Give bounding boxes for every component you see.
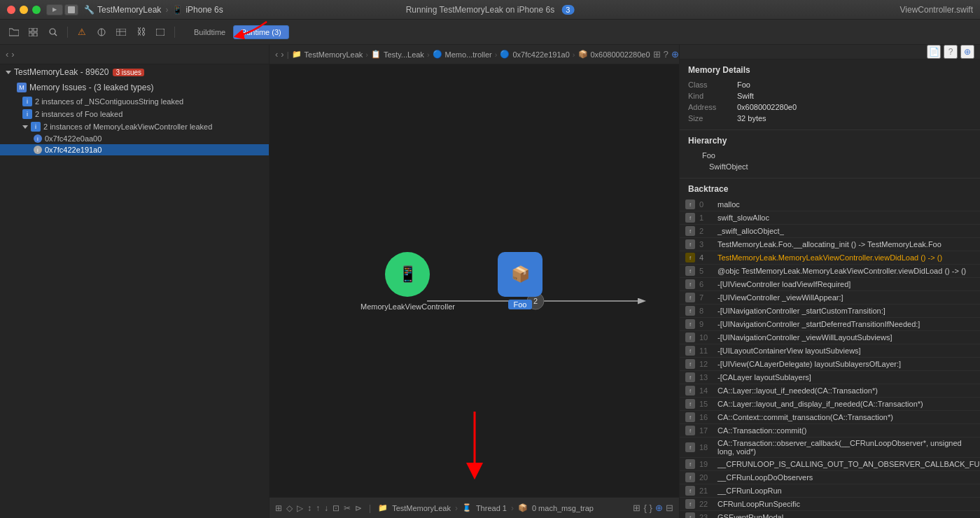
- runtime-tab[interactable]: Runtime (3): [233, 25, 288, 39]
- bt-1[interactable]: f 1 swift_slowAlloc: [680, 211, 980, 225]
- split-view-btn[interactable]: ⊞: [653, 49, 661, 59]
- running-label: Running TestMemoryLeak on iPhone 6s 3: [406, 5, 575, 15]
- bc-item-3[interactable]: Memo...troller: [445, 50, 492, 59]
- chat-icon[interactable]: [152, 24, 169, 40]
- bt-18[interactable]: f 18 CA::Transaction::observer_callback(…: [680, 438, 980, 458]
- bt-3[interactable]: f 3 TestMemoryLeak.Foo.__allocating_init…: [680, 238, 980, 251]
- bt-icon-18: f: [685, 442, 695, 452]
- bt-12[interactable]: f 12 -[UIView(CALayerDelegate) layoutSub…: [680, 358, 980, 371]
- back-button[interactable]: ‹: [6, 49, 8, 59]
- bt-21[interactable]: f 21 __CFRunLoopRun: [680, 484, 980, 498]
- svg-rect-12: [156, 29, 164, 36]
- bt-17[interactable]: f 17 CA::Transaction::commit(): [680, 424, 980, 438]
- bottom-icon-6[interactable]: ↓: [324, 503, 328, 513]
- play-button[interactable]: ▶: [46, 4, 63, 15]
- flag-icon[interactable]: [93, 24, 110, 40]
- warning-icon[interactable]: ⚠: [74, 24, 90, 40]
- minimize-button[interactable]: [20, 6, 28, 14]
- bottom-icon-2[interactable]: ◇: [286, 503, 293, 513]
- mvc-group[interactable]: i 2 instances of MemoryLeakViewControlle…: [0, 120, 269, 133]
- bc-item-1[interactable]: TestMemoryLeak: [304, 50, 363, 59]
- bt-10[interactable]: f 10 -[UINavigationController _viewWillL…: [680, 331, 980, 344]
- svg-point-5: [50, 29, 55, 34]
- bt-23[interactable]: f 23 GSEventRunModal: [680, 511, 980, 518]
- center-fwd-btn[interactable]: ›: [281, 49, 284, 59]
- bc-item-2[interactable]: Testy...Leak: [384, 50, 424, 59]
- main-layout: ⚠ ⛓ Buildtime Runtime (3) ‹: [0, 20, 980, 518]
- bottom-right-4[interactable]: ⊟: [666, 503, 673, 513]
- grid-icon[interactable]: [25, 24, 42, 40]
- issue-list: TestMemoryLeak - 89620 3 issues M Memory…: [0, 64, 269, 518]
- instance-1[interactable]: i 0x7fc422e0aa00: [0, 133, 269, 144]
- close-button[interactable]: [7, 6, 15, 14]
- bottom-icon-7[interactable]: ⊡: [332, 503, 340, 513]
- link-icon[interactable]: ⛓: [132, 24, 149, 40]
- toolbar: ⚠ ⛓ Buildtime Runtime (3): [0, 20, 980, 45]
- inspector-icon-btn[interactable]: ⊕: [960, 45, 974, 59]
- svg-rect-0: [68, 6, 75, 13]
- bt-22[interactable]: f 22 CFRunLoopRunSpecific: [680, 498, 980, 511]
- center-bottom-bar: ⊞ ◇ ▷ ↕ ↑ ↓ ⊡ ✂ ⊳ | 📁 TestMemoryLeak › 🧵…: [270, 497, 679, 518]
- bt-icon-9: f: [685, 319, 695, 329]
- bt-16[interactable]: f 16 CA::Context::commit_transaction(CA:…: [680, 411, 980, 424]
- bottom-icon-9[interactable]: ⊳: [355, 503, 362, 513]
- bt-icon-14: f: [685, 386, 695, 396]
- tab-group: Buildtime Runtime (3): [186, 25, 289, 39]
- bt-14[interactable]: f 14 CA::Layer::layout_if_needed(CA::Tra…: [680, 384, 980, 398]
- table-icon[interactable]: [113, 24, 130, 40]
- bt-icon-23: f: [685, 512, 695, 518]
- bc-thread[interactable]: Thread 1: [476, 504, 507, 512]
- bottom-right-2[interactable]: { }: [643, 503, 652, 513]
- help-icon-btn[interactable]: ?: [944, 45, 958, 59]
- bt-8[interactable]: f 8 -[UINavigationController _startCusto…: [680, 304, 980, 318]
- help-btn[interactable]: ?: [664, 49, 668, 59]
- expand-icon: [6, 71, 11, 74]
- folder-icon[interactable]: [6, 24, 22, 40]
- forward-button[interactable]: ›: [11, 49, 14, 59]
- bt-19[interactable]: f 19 __CFRUNLOOP_IS_CALLING_OUT_TO_AN_OB…: [680, 458, 980, 471]
- inspector-btn[interactable]: ⊕: [671, 49, 679, 59]
- toolbar-divider-2: [174, 27, 175, 38]
- bottom-right-3[interactable]: ⊕: [655, 503, 663, 513]
- bt-2[interactable]: f 2 _swift_allocObject_: [680, 225, 980, 238]
- instance-2[interactable]: i 0x7fc422e191a0: [0, 144, 269, 155]
- root-item[interactable]: TestMemoryLeak - 89620 3 issues: [0, 64, 269, 80]
- bottom-icon-1[interactable]: ⊞: [275, 503, 282, 513]
- size-row: Size 32 bytes: [688, 113, 972, 124]
- center-back-btn[interactable]: ‹: [275, 49, 278, 59]
- bt-6[interactable]: f 6 -[UIViewController loadViewIfRequire…: [680, 278, 980, 291]
- class-val: Foo: [737, 80, 750, 89]
- bottom-icon-5[interactable]: ↑: [316, 503, 320, 513]
- buildtime-tab[interactable]: Buildtime: [186, 25, 233, 39]
- bottom-icon-3[interactable]: ▷: [297, 503, 303, 513]
- leak-label-1: 2 instances of _NSContiguousString leake…: [35, 97, 183, 106]
- bt-15[interactable]: f 15 CA::Layer::layout_and_display_if_ne…: [680, 398, 980, 411]
- leak-item-2[interactable]: i 2 instances of Foo leaked: [0, 108, 269, 120]
- bt-20[interactable]: f 20 __CFRunLoopDoObservers: [680, 471, 980, 484]
- foo-node-label: Foo: [508, 300, 533, 309]
- leak-item-1[interactable]: i 2 instances of _NSContiguousString lea…: [0, 95, 269, 108]
- bt-11[interactable]: f 11 -[UILayoutContainerView layoutSubvi…: [680, 344, 980, 358]
- memory-issues-group[interactable]: M Memory Issues - (3 leaked types): [0, 80, 269, 95]
- center-panel: ‹ › | 📁 TestMemoryLeak › 📋 Testy...Leak …: [270, 45, 679, 518]
- address-key: Address: [688, 103, 737, 111]
- doc-icon-btn[interactable]: 📄: [927, 45, 941, 59]
- stop-button[interactable]: [64, 4, 78, 15]
- search-icon[interactable]: [45, 24, 62, 40]
- bc-item-5[interactable]: 0x6080002280e0: [591, 50, 650, 59]
- bottom-icon-8[interactable]: ✂: [344, 503, 351, 513]
- bt-5[interactable]: f 5 @objc TestMemoryLeak.MemoryLeakViewC…: [680, 265, 980, 278]
- bottom-icon-4[interactable]: ↕: [307, 503, 312, 513]
- bc-icon-2: 📋: [371, 50, 381, 59]
- bc-trap[interactable]: 0 mach_msg_trap: [532, 504, 594, 512]
- bt-13[interactable]: f 13 -[CALayer layoutSublayers]: [680, 371, 980, 384]
- bt-4[interactable]: f 4 TestMemoryLeak.MemoryLeakViewControl…: [680, 251, 980, 265]
- mem-icon-3: i: [31, 122, 41, 132]
- bt-7[interactable]: f 7 -[UIViewController _viewWillAppear:]: [680, 291, 980, 304]
- bt-9[interactable]: f 9 -[UINavigationController _startDefer…: [680, 318, 980, 331]
- bottom-right-1[interactable]: ⊞: [633, 503, 640, 513]
- bc-item-4[interactable]: 0x7fc422e191a0: [512, 50, 569, 59]
- bt-0[interactable]: f 0 malloc: [680, 198, 980, 211]
- maximize-button[interactable]: [32, 6, 41, 14]
- bc-path-1[interactable]: TestMemoryLeak: [392, 504, 451, 512]
